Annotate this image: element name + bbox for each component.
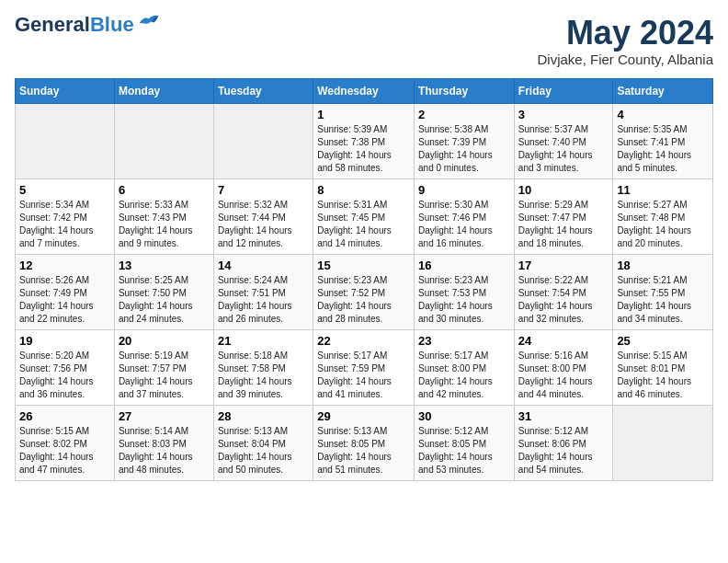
day-number: 1 (317, 108, 410, 121)
day-number: 4 (617, 108, 709, 121)
logo: GeneralBlue (15, 15, 160, 35)
day-info: Sunrise: 5:12 AMSunset: 8:06 PMDaylight:… (518, 425, 609, 477)
day-of-week-sunday: Sunday (16, 78, 115, 103)
day-of-week-saturday: Saturday (613, 78, 713, 103)
day-info: Sunrise: 5:24 AMSunset: 7:51 PMDaylight:… (218, 274, 309, 326)
day-number: 27 (119, 409, 210, 423)
day-info: Sunrise: 5:31 AMSunset: 7:45 PMDaylight:… (317, 199, 410, 250)
day-number: 31 (518, 409, 609, 423)
day-number: 22 (317, 334, 410, 348)
calendar-cell: 4Sunrise: 5:35 AMSunset: 7:41 PMDaylight… (613, 103, 713, 178)
calendar-cell: 1Sunrise: 5:39 AMSunset: 7:38 PMDaylight… (313, 103, 415, 178)
day-info: Sunrise: 5:29 AMSunset: 7:47 PMDaylight:… (518, 199, 609, 250)
day-info: Sunrise: 5:15 AMSunset: 8:02 PMDaylight:… (19, 425, 110, 477)
day-of-week-tuesday: Tuesday (213, 78, 313, 103)
calendar-cell: 8Sunrise: 5:31 AMSunset: 7:45 PMDaylight… (313, 178, 415, 254)
logo-blue: Blue (90, 13, 134, 36)
day-info: Sunrise: 5:21 AMSunset: 7:55 PMDaylight:… (617, 274, 709, 326)
calendar-cell: 21Sunrise: 5:18 AMSunset: 7:58 PMDayligh… (213, 329, 313, 405)
day-number: 23 (418, 334, 510, 348)
calendar-header: SundayMondayTuesdayWednesdayThursdayFrid… (16, 78, 713, 103)
calendar-cell: 16Sunrise: 5:23 AMSunset: 7:53 PMDayligh… (415, 254, 515, 329)
calendar-cell: 14Sunrise: 5:24 AMSunset: 7:51 PMDayligh… (213, 254, 313, 329)
calendar-week-4: 19Sunrise: 5:20 AMSunset: 7:56 PMDayligh… (16, 329, 713, 405)
day-number: 28 (218, 409, 309, 423)
days-of-week-row: SundayMondayTuesdayWednesdayThursdayFrid… (16, 78, 713, 103)
day-info: Sunrise: 5:13 AMSunset: 8:05 PMDaylight:… (317, 425, 410, 477)
day-number: 12 (19, 259, 110, 272)
day-of-week-thursday: Thursday (415, 78, 515, 103)
calendar-table: SundayMondayTuesdayWednesdayThursdayFrid… (15, 78, 713, 481)
day-info: Sunrise: 5:12 AMSunset: 8:05 PMDaylight:… (418, 425, 510, 477)
calendar-cell: 29Sunrise: 5:13 AMSunset: 8:05 PMDayligh… (313, 405, 415, 480)
day-number: 29 (317, 409, 410, 423)
day-number: 14 (218, 259, 309, 272)
day-number: 26 (19, 409, 110, 423)
calendar-cell: 20Sunrise: 5:19 AMSunset: 7:57 PMDayligh… (114, 329, 213, 405)
day-number: 18 (617, 259, 709, 272)
calendar-cell: 27Sunrise: 5:14 AMSunset: 8:03 PMDayligh… (114, 405, 213, 480)
day-number: 13 (119, 259, 210, 272)
calendar-cell: 31Sunrise: 5:12 AMSunset: 8:06 PMDayligh… (514, 405, 613, 480)
calendar-cell: 15Sunrise: 5:23 AMSunset: 7:52 PMDayligh… (313, 254, 415, 329)
calendar-cell: 30Sunrise: 5:12 AMSunset: 8:05 PMDayligh… (415, 405, 515, 480)
day-of-week-monday: Monday (114, 78, 213, 103)
calendar-cell: 28Sunrise: 5:13 AMSunset: 8:04 PMDayligh… (213, 405, 313, 480)
day-info: Sunrise: 5:23 AMSunset: 7:53 PMDaylight:… (418, 274, 510, 326)
calendar-cell (114, 103, 213, 178)
day-info: Sunrise: 5:38 AMSunset: 7:39 PMDaylight:… (418, 123, 510, 175)
day-info: Sunrise: 5:37 AMSunset: 7:40 PMDaylight:… (518, 123, 609, 175)
day-info: Sunrise: 5:33 AMSunset: 7:43 PMDaylight:… (119, 199, 210, 250)
logo-text: GeneralBlue (15, 15, 134, 35)
day-info: Sunrise: 5:30 AMSunset: 7:46 PMDaylight:… (418, 199, 510, 250)
day-info: Sunrise: 5:17 AMSunset: 8:00 PMDaylight:… (418, 350, 510, 401)
day-of-week-friday: Friday (514, 78, 613, 103)
calendar-cell: 12Sunrise: 5:26 AMSunset: 7:49 PMDayligh… (16, 254, 115, 329)
calendar-week-3: 12Sunrise: 5:26 AMSunset: 7:49 PMDayligh… (16, 254, 713, 329)
calendar-cell: 26Sunrise: 5:15 AMSunset: 8:02 PMDayligh… (16, 405, 115, 480)
day-number: 20 (119, 334, 210, 348)
day-of-week-wednesday: Wednesday (313, 78, 415, 103)
calendar-cell: 11Sunrise: 5:27 AMSunset: 7:48 PMDayligh… (613, 178, 713, 254)
day-number: 25 (617, 334, 709, 348)
calendar-cell: 22Sunrise: 5:17 AMSunset: 7:59 PMDayligh… (313, 329, 415, 405)
day-number: 17 (518, 259, 609, 272)
day-info: Sunrise: 5:26 AMSunset: 7:49 PMDaylight:… (19, 274, 110, 326)
title-block: May 2024 Divjake, Fier County, Albania (538, 15, 713, 67)
calendar-cell (16, 103, 115, 178)
day-number: 11 (617, 183, 709, 197)
calendar-week-2: 5Sunrise: 5:34 AMSunset: 7:42 PMDaylight… (16, 178, 713, 254)
day-number: 30 (418, 409, 510, 423)
day-number: 9 (418, 183, 510, 197)
calendar-cell: 7Sunrise: 5:32 AMSunset: 7:44 PMDaylight… (213, 178, 313, 254)
day-number: 5 (19, 183, 110, 197)
calendar-cell: 18Sunrise: 5:21 AMSunset: 7:55 PMDayligh… (613, 254, 713, 329)
page-header: GeneralBlue May 2024 Divjake, Fier Count… (15, 15, 713, 67)
calendar-cell: 19Sunrise: 5:20 AMSunset: 7:56 PMDayligh… (16, 329, 115, 405)
day-number: 24 (518, 334, 609, 348)
calendar-cell: 17Sunrise: 5:22 AMSunset: 7:54 PMDayligh… (514, 254, 613, 329)
day-info: Sunrise: 5:20 AMSunset: 7:56 PMDaylight:… (19, 350, 110, 401)
day-info: Sunrise: 5:19 AMSunset: 7:57 PMDaylight:… (119, 350, 210, 401)
day-info: Sunrise: 5:16 AMSunset: 8:00 PMDaylight:… (518, 350, 609, 401)
day-info: Sunrise: 5:32 AMSunset: 7:44 PMDaylight:… (218, 199, 309, 250)
day-number: 10 (518, 183, 609, 197)
location-text: Divjake, Fier County, Albania (538, 52, 713, 67)
calendar-cell: 6Sunrise: 5:33 AMSunset: 7:43 PMDaylight… (114, 178, 213, 254)
calendar-cell: 3Sunrise: 5:37 AMSunset: 7:40 PMDaylight… (514, 103, 613, 178)
calendar-cell: 24Sunrise: 5:16 AMSunset: 8:00 PMDayligh… (514, 329, 613, 405)
calendar-body: 1Sunrise: 5:39 AMSunset: 7:38 PMDaylight… (16, 103, 713, 480)
day-info: Sunrise: 5:17 AMSunset: 7:59 PMDaylight:… (317, 350, 410, 401)
day-info: Sunrise: 5:35 AMSunset: 7:41 PMDaylight:… (617, 123, 709, 175)
logo-general: General (15, 13, 90, 36)
day-info: Sunrise: 5:34 AMSunset: 7:42 PMDaylight:… (19, 199, 110, 250)
day-info: Sunrise: 5:13 AMSunset: 8:04 PMDaylight:… (218, 425, 309, 477)
day-info: Sunrise: 5:22 AMSunset: 7:54 PMDaylight:… (518, 274, 609, 326)
calendar-cell: 5Sunrise: 5:34 AMSunset: 7:42 PMDaylight… (16, 178, 115, 254)
day-info: Sunrise: 5:18 AMSunset: 7:58 PMDaylight:… (218, 350, 309, 401)
calendar-cell: 23Sunrise: 5:17 AMSunset: 8:00 PMDayligh… (415, 329, 515, 405)
day-info: Sunrise: 5:23 AMSunset: 7:52 PMDaylight:… (317, 274, 410, 326)
calendar-cell: 25Sunrise: 5:15 AMSunset: 8:01 PMDayligh… (613, 329, 713, 405)
day-number: 19 (19, 334, 110, 348)
calendar-cell: 9Sunrise: 5:30 AMSunset: 7:46 PMDaylight… (415, 178, 515, 254)
